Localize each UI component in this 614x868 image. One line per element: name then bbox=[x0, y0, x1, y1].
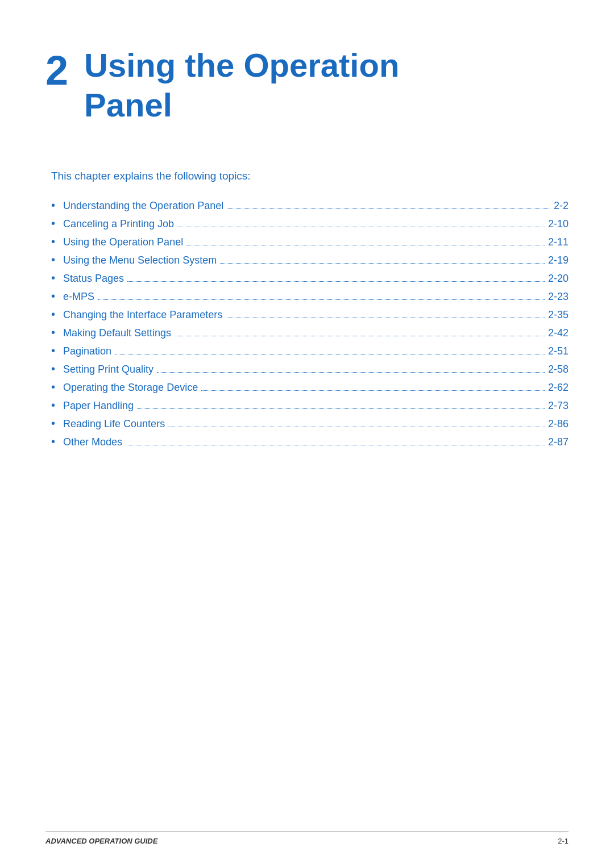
toc-page: 2-23 bbox=[548, 291, 569, 303]
toc-title: Status Pages bbox=[63, 273, 124, 285]
chapter-title-line2: Panel bbox=[84, 86, 172, 123]
footer: ADVANCED OPERATION GUIDE 2-1 bbox=[45, 832, 569, 845]
toc-page: 2-62 bbox=[548, 382, 569, 394]
toc-item[interactable]: • Status Pages 2-20 bbox=[51, 272, 569, 285]
toc-bullet: • bbox=[51, 399, 55, 411]
toc-item[interactable]: • Understanding the Operation Panel 2-2 bbox=[51, 199, 569, 212]
toc-link[interactable]: Operating the Storage Device 2-62 bbox=[63, 382, 569, 394]
toc-page: 2-58 bbox=[548, 364, 569, 375]
toc-link[interactable]: e-MPS 2-23 bbox=[63, 291, 569, 303]
toc-item[interactable]: • Setting Print Quality 2-58 bbox=[51, 363, 569, 375]
toc-bullet: • bbox=[51, 199, 55, 211]
toc-dots bbox=[127, 281, 545, 282]
toc-page: 2-86 bbox=[548, 418, 569, 430]
toc-title: Canceling a Printing Job bbox=[63, 218, 174, 230]
toc-title: Making Default Settings bbox=[63, 327, 171, 339]
toc-title: Using the Menu Selection System bbox=[63, 254, 217, 266]
toc-bullet: • bbox=[51, 327, 55, 338]
toc-title: Pagination bbox=[63, 345, 111, 357]
footer-left-text: ADVANCED OPERATION GUIDE bbox=[45, 837, 157, 845]
toc-page: 2-2 bbox=[554, 200, 569, 212]
toc-dots bbox=[168, 427, 545, 427]
toc-page: 2-10 bbox=[548, 218, 569, 230]
toc-title: Paper Handling bbox=[63, 400, 134, 412]
toc-item[interactable]: • Changing the Interface Parameters 2-35 bbox=[51, 308, 569, 321]
intro-text: This chapter explains the following topi… bbox=[51, 170, 569, 182]
toc-item[interactable]: • Using the Menu Selection System 2-19 bbox=[51, 254, 569, 266]
toc-bullet: • bbox=[51, 381, 55, 393]
toc-link[interactable]: Pagination 2-51 bbox=[63, 345, 569, 357]
toc-page: 2-19 bbox=[548, 254, 569, 266]
toc-dots bbox=[137, 408, 545, 409]
toc-title: Setting Print Quality bbox=[63, 364, 154, 375]
toc-bullet: • bbox=[51, 218, 55, 229]
toc-dots bbox=[220, 263, 545, 264]
toc-page: 2-11 bbox=[548, 236, 569, 248]
toc-link[interactable]: Using the Menu Selection System 2-19 bbox=[63, 254, 569, 266]
toc-page: 2-42 bbox=[548, 327, 569, 339]
toc-link[interactable]: Canceling a Printing Job 2-10 bbox=[63, 218, 569, 230]
toc-title: Reading Life Counters bbox=[63, 418, 165, 430]
footer-right-text: 2-1 bbox=[558, 837, 569, 845]
toc-item[interactable]: • e-MPS 2-23 bbox=[51, 290, 569, 303]
toc-dots bbox=[175, 336, 545, 336]
toc-item[interactable]: • Paper Handling 2-73 bbox=[51, 399, 569, 412]
toc-page: 2-51 bbox=[548, 345, 569, 357]
toc-title: Operating the Storage Device bbox=[63, 382, 198, 394]
toc-item[interactable]: • Other Modes 2-87 bbox=[51, 436, 569, 448]
chapter-number: 2 bbox=[45, 45, 68, 91]
toc-item[interactable]: • Pagination 2-51 bbox=[51, 345, 569, 357]
toc-dots bbox=[157, 372, 545, 373]
toc-link[interactable]: Status Pages 2-20 bbox=[63, 273, 569, 285]
toc-dots bbox=[177, 227, 545, 227]
toc-list: • Understanding the Operation Panel 2-2 … bbox=[51, 199, 569, 448]
toc-page: 2-73 bbox=[548, 400, 569, 412]
toc-item[interactable]: • Operating the Storage Device 2-62 bbox=[51, 381, 569, 394]
toc-bullet: • bbox=[51, 436, 55, 447]
toc-bullet: • bbox=[51, 272, 55, 283]
toc-page: 2-20 bbox=[548, 273, 569, 285]
toc-link[interactable]: Changing the Interface Parameters 2-35 bbox=[63, 309, 569, 321]
toc-item[interactable]: • Reading Life Counters 2-86 bbox=[51, 418, 569, 430]
toc-bullet: • bbox=[51, 254, 55, 265]
toc-title: Using the Operation Panel bbox=[63, 236, 183, 248]
toc-page: 2-35 bbox=[548, 309, 569, 321]
toc-title: e-MPS bbox=[63, 291, 94, 303]
toc-title: Understanding the Operation Panel bbox=[63, 200, 223, 212]
toc-link[interactable]: Paper Handling 2-73 bbox=[63, 400, 569, 412]
toc-page: 2-87 bbox=[548, 436, 569, 448]
toc-bullet: • bbox=[51, 290, 55, 302]
toc-bullet: • bbox=[51, 236, 55, 247]
toc-link[interactable]: Making Default Settings 2-42 bbox=[63, 327, 569, 339]
toc-link[interactable]: Reading Life Counters 2-86 bbox=[63, 418, 569, 430]
chapter-header: 2 Using the Operation Panel bbox=[45, 34, 569, 124]
toc-link[interactable]: Understanding the Operation Panel 2-2 bbox=[63, 200, 569, 212]
page: 2 Using the Operation Panel This chapter… bbox=[0, 0, 614, 868]
toc-dots bbox=[98, 299, 545, 300]
toc-bullet: • bbox=[51, 363, 55, 374]
toc-bullet: • bbox=[51, 418, 55, 429]
chapter-title-line1: Using the Operation bbox=[84, 47, 399, 84]
toc-item[interactable]: • Using the Operation Panel 2-11 bbox=[51, 236, 569, 248]
toc-title: Other Modes bbox=[63, 436, 122, 448]
toc-dots bbox=[186, 245, 545, 245]
toc-item[interactable]: • Canceling a Printing Job 2-10 bbox=[51, 218, 569, 230]
chapter-title: Using the Operation Panel bbox=[84, 45, 399, 124]
toc-bullet: • bbox=[51, 345, 55, 356]
toc-link[interactable]: Using the Operation Panel 2-11 bbox=[63, 236, 569, 248]
toc-item[interactable]: • Making Default Settings 2-42 bbox=[51, 327, 569, 339]
toc-title: Changing the Interface Parameters bbox=[63, 309, 222, 321]
toc-dots bbox=[126, 445, 545, 445]
toc-link[interactable]: Setting Print Quality 2-58 bbox=[63, 364, 569, 375]
toc-dots bbox=[115, 354, 545, 354]
toc-dots bbox=[227, 208, 550, 209]
toc-bullet: • bbox=[51, 308, 55, 320]
toc-dots bbox=[201, 390, 545, 391]
toc-dots bbox=[226, 318, 545, 318]
toc-link[interactable]: Other Modes 2-87 bbox=[63, 436, 569, 448]
